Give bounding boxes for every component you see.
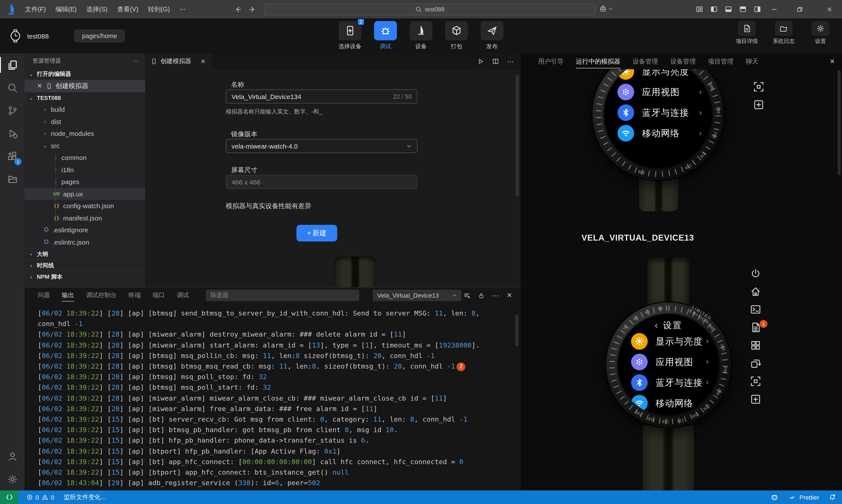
panel-tab-运行中的模拟器-1[interactable]: 运行中的模拟器	[576, 57, 620, 68]
create-button[interactable]: + 新建	[296, 225, 337, 241]
name-input[interactable]: Vela_Virtual_Device134 22 / 50	[226, 89, 418, 104]
activitybar-search[interactable]	[0, 76, 24, 99]
activitybar-account[interactable]	[0, 445, 24, 468]
tab-close-icon[interactable]: ✕	[200, 58, 206, 65]
panel-tab-设备管理-2[interactable]: 设备管理	[633, 57, 658, 66]
panel-tab-用户引导-0[interactable]: 用户引导	[538, 57, 563, 66]
notification-bell-icon[interactable]	[829, 493, 836, 501]
menu-查看(V)[interactable]: 查看(V)	[112, 3, 143, 15]
toolbar-选择设备-button[interactable]: 2 选择设备	[336, 21, 364, 50]
tree-item-app.ux[interactable]: UXapp.ux	[24, 188, 145, 200]
editor-more-actions-icon[interactable]: ⋯	[507, 57, 514, 66]
screenshot-icon[interactable]	[753, 81, 765, 92]
activitybar-explorer[interactable]	[0, 53, 24, 76]
window-close-button[interactable]	[817, 0, 842, 18]
image-version-select[interactable]: vela-miwear-watch-4.0	[226, 139, 418, 153]
layout-panel-bottom-icon[interactable]	[724, 5, 732, 13]
log-doc-icon[interactable]: 1	[750, 322, 761, 333]
sidebar-section-NPM 脚本[interactable]: ›NPM 脚本	[24, 271, 145, 282]
add-box-icon[interactable]	[753, 99, 765, 110]
back-chevron-icon[interactable]: ‹	[655, 320, 659, 330]
editor-tab-create-simulator[interactable]: 创建模拟器 ✕	[145, 53, 211, 69]
open-editors-section[interactable]: ⌄ 打开的编辑器	[24, 68, 145, 80]
tree-item-.eslintrc.json[interactable]: .eslintrc.json	[24, 236, 145, 248]
tree-item-node_modules[interactable]: ›node_modules	[24, 128, 145, 140]
toolbar-设备-button[interactable]: 设备	[407, 21, 435, 50]
panel-tab-项目管理-4[interactable]: 项目管理	[708, 57, 734, 66]
menu-选择(S)[interactable]: 选择(S)	[82, 3, 112, 15]
panel-close-icon[interactable]: ✕	[507, 291, 512, 299]
menu-编辑(E)[interactable]: 编辑(E)	[51, 3, 82, 15]
back-arrow-icon[interactable]	[234, 5, 242, 13]
formatter-status[interactable]: Prettier	[789, 494, 819, 501]
action-项目详情-button[interactable]: 项目详情	[733, 21, 760, 45]
watch-menu-蓝牙与连接[interactable]: 蓝牙与连接 ›	[617, 372, 720, 393]
activitybar-run-debug[interactable]	[0, 122, 24, 145]
tree-item-i18n[interactable]: ›i18n	[24, 164, 145, 176]
bottom-tab-调试[interactable]: 调试	[177, 291, 189, 299]
layout-panel-top-icon[interactable]	[739, 5, 747, 13]
assistant-menu[interactable]	[599, 5, 613, 13]
menu-转到(G)[interactable]: 转到(G)	[143, 3, 175, 15]
bottom-tab-问题[interactable]: 问题	[38, 291, 50, 299]
watch-menu-移动网络[interactable]: 移动网络 ›	[603, 123, 713, 144]
open-editor-item[interactable]: ✕ 创建模拟器	[24, 80, 145, 92]
menu-文件(F)[interactable]: 文件(F)	[20, 3, 51, 15]
tree-item-config-watch.json[interactable]: {}config-watch.json	[24, 200, 145, 212]
clear-output-icon[interactable]	[463, 292, 471, 299]
problems-status[interactable]: 0 0	[26, 494, 54, 501]
action-设置-button[interactable]: 设置	[807, 21, 834, 45]
log-filter-input[interactable]: 筛选器	[206, 290, 359, 301]
close-icon[interactable]: ✕	[37, 82, 42, 90]
action-系统日志-button[interactable]: 系统日志	[770, 21, 797, 45]
terminal-icon[interactable]	[750, 304, 761, 315]
mascot-icon[interactable]	[770, 493, 779, 501]
rotate-icon[interactable]	[750, 358, 761, 369]
watch-menu-应用视图[interactable]: 应用视图 ›	[603, 82, 713, 102]
screenshot-icon[interactable]	[750, 376, 761, 387]
tree-item-pages[interactable]: ›pages	[24, 176, 145, 188]
layout-sidebar-left-icon[interactable]	[710, 5, 718, 13]
bottom-tab-端口[interactable]: 端口	[153, 291, 165, 299]
watch-menu-显示与亮度[interactable]: 显示与亮度 ›	[617, 331, 720, 352]
more-actions-icon[interactable]: ⋯	[133, 58, 139, 64]
activitybar-settings[interactable]	[0, 468, 24, 490]
toolbar-打包-button[interactable]: 打包	[442, 21, 471, 50]
panel-scrollbar[interactable]	[838, 70, 841, 175]
forward-arrow-icon[interactable]	[249, 5, 256, 13]
output-log[interactable]: [06/02 18:39:22] [28] [ap] [btmsg] send_…	[38, 308, 514, 489]
panel-more-actions-icon[interactable]: ⋯	[492, 291, 499, 300]
run-play-icon[interactable]	[477, 58, 484, 65]
bottom-tab-输出[interactable]: 输出	[62, 291, 74, 301]
panel-tab-聊天-5[interactable]: 聊天	[746, 57, 758, 66]
tree-item-.eslintignore[interactable]: .eslintignore	[24, 224, 145, 236]
window-restore-button[interactable]	[789, 0, 809, 18]
home-icon[interactable]	[750, 286, 761, 297]
watch-screen[interactable]: ‹设置 显示与亮度 › 应用视图 › 蓝牙与连接 › 移动网络 ›	[617, 313, 720, 416]
panel-close-icon[interactable]: ✕	[830, 58, 835, 65]
add-box-icon[interactable]	[750, 394, 761, 405]
tree-item-src[interactable]: ⌄src	[24, 140, 145, 151]
activitybar-source-control[interactable]	[0, 99, 24, 122]
toolbar-调试-button[interactable]: 调试	[371, 21, 400, 50]
lock-scroll-icon[interactable]	[478, 292, 485, 299]
toolbar-发布-button[interactable]: 发布	[478, 21, 506, 50]
activitybar-remote-explorer[interactable]	[0, 167, 24, 190]
watch-menu-应用视图[interactable]: 应用视图 ›	[617, 352, 720, 372]
tree-item-dist[interactable]: ›dist	[24, 115, 145, 128]
project-root-section[interactable]: ⌄ TEST088	[24, 92, 145, 104]
editor-scrollbar[interactable]	[516, 75, 519, 197]
menu-⋯[interactable]: ⋯	[175, 3, 191, 15]
apps-grid-icon[interactable]	[750, 340, 761, 351]
power-icon[interactable]	[750, 268, 761, 279]
command-search-input[interactable]: test088	[264, 3, 596, 15]
tree-item-common[interactable]: ›common	[24, 151, 145, 164]
layout-sidebar-right-icon[interactable]	[753, 5, 761, 13]
panel-tab-设备管理-3[interactable]: 设备管理	[670, 57, 696, 66]
split-editor-icon[interactable]	[492, 58, 499, 65]
bottom-tab-调试控制台[interactable]: 调试控制台	[86, 291, 117, 299]
screen-size-input[interactable]: 466 x 466	[226, 175, 418, 189]
tree-item-build[interactable]: ›build	[24, 104, 145, 115]
window-minimize-button[interactable]	[764, 0, 784, 18]
tree-item-manifest.json[interactable]: {}manifest.json	[24, 212, 145, 224]
